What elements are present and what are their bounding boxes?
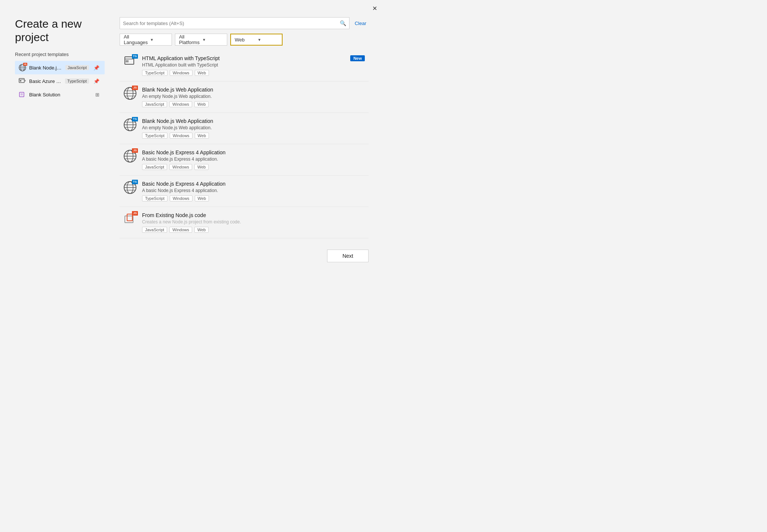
pin-button-2[interactable]: ⊞ [94,91,101,98]
recent-item-0-name: Blank Node.js Web Application [29,65,62,71]
template-tag: TypeScript [142,195,167,201]
search-input[interactable] [123,21,340,26]
template-item-0[interactable]: TS HTML Application with TypeScript New … [120,50,369,81]
template-desc-3: A basic Node.js Express 4 application. [142,157,365,162]
template-desc-5: Creates a new Node.js project from exist… [142,219,365,225]
template-icon: TS [123,118,137,132]
search-box[interactable]: 🔍 [120,17,349,29]
template-details-3: Basic Node.js Express 4 Application A ba… [142,149,365,170]
template-details-1: Blank Node.js Web Application An empty N… [142,87,365,107]
template-details-5: From Existing Node.js code Creates a new… [142,212,365,233]
svg-rect-36 [125,216,133,223]
template-tags-1: JavaScriptWindowsWeb [142,101,365,107]
template-tag: Windows [170,70,192,76]
template-tags-2: TypeScriptWindowsWeb [142,133,365,139]
template-item-2[interactable]: TS Blank Node.js Web Application An empt… [120,113,369,144]
right-panel: 🔍 Clear All Languages ▼ All Platforms ▼ … [120,17,369,238]
azure-nodejs-icon [19,77,26,85]
recent-section-title: Recent project templates [15,52,105,57]
template-item-3[interactable]: JS Basic Node.js Express 4 Application A… [120,144,369,176]
clear-button[interactable]: Clear [352,21,369,26]
template-header-2: Blank Node.js Web Application [142,118,365,125]
blank-solution-icon [19,91,26,98]
template-icon: TS [123,181,137,194]
template-tag: JavaScript [142,227,167,233]
template-item-1[interactable]: JS Blank Node.js Web Application An empt… [120,81,369,113]
template-header-1: Blank Node.js Web Application [142,87,365,94]
recent-item-0-tag: JavaScript [65,65,89,70]
template-header-4: Basic Node.js Express 4 Application [142,181,365,188]
dropdowns-row: All Languages ▼ All Platforms ▼ Web ▼ [120,34,369,46]
template-name-5: From Existing Node.js code [142,212,206,218]
template-icon: JS [123,149,137,163]
template-tag: Windows [169,101,192,107]
type-dropdown[interactable]: Web ▼ [230,34,283,46]
footer: Next [0,246,384,266]
recent-item-2-info: Blank Solution [29,92,91,98]
language-dropdown-arrow: ▼ [150,38,168,42]
recent-item-2[interactable]: Blank Solution ⊞ [15,88,105,101]
recent-item-1-name: Basic Azure Node.js Express 4 Applicatio… [29,78,62,84]
svg-rect-15 [126,60,129,62]
template-tag: Web [194,227,209,233]
page-title: Create a new project [15,17,105,44]
template-tag: Web [194,101,209,107]
language-dropdown[interactable]: All Languages ▼ [120,34,172,46]
title-bar: ✕ [0,0,384,13]
close-button[interactable]: ✕ [369,3,380,13]
template-details-4: Basic Node.js Express 4 Application A ba… [142,181,365,201]
template-header-5: From Existing Node.js code [142,212,365,219]
template-tag: Web [194,164,209,170]
template-name-4: Basic Node.js Express 4 Application [142,181,225,187]
template-desc-2: An empty Node.js Web application. [142,125,365,130]
template-tag: JavaScript [142,101,167,107]
pin-button-0[interactable]: 📌 [92,64,101,71]
template-tag: Windows [169,227,192,233]
template-tag: Web [195,195,209,201]
template-item-4[interactable]: TS Basic Node.js Express 4 Application A… [120,176,369,207]
template-icon: TS [123,55,137,69]
recent-item-1-info: Basic Azure Node.js Express 4 Applicatio… [29,78,62,84]
templates-list: TS HTML Application with TypeScript New … [120,50,369,238]
template-tag: TypeScript [142,133,167,139]
template-tag: Web [195,70,209,76]
pin-button-1[interactable]: 📌 [92,78,101,85]
svg-rect-10 [19,92,24,97]
template-header-0: HTML Application with TypeScript New [142,55,365,62]
template-tag: JavaScript [142,164,167,170]
template-details-0: HTML Application with TypeScript New HTM… [142,55,365,76]
template-name-2: Blank Node.js Web Application [142,118,213,124]
create-project-dialog: ✕ Create a new project Recent project te… [0,0,384,266]
main-content: Create a new project Recent project temp… [0,13,384,246]
left-panel: Create a new project Recent project temp… [15,17,105,238]
template-desc-0: HTML Application built with TypeScript [142,62,365,68]
template-item-5[interactable]: JS From Existing Node.js code Creates a … [120,207,369,238]
template-desc-1: An empty Node.js Web application. [142,94,365,99]
template-tag: Windows [170,195,192,201]
search-row: 🔍 Clear [120,17,369,29]
recent-item-0-info: Blank Node.js Web Application [29,65,62,71]
template-details-2: Blank Node.js Web Application An empty N… [142,118,365,139]
next-button[interactable]: Next [327,250,369,262]
recent-item-0[interactable]: JS Blank Node.js Web Application JavaScr… [15,61,105,74]
platform-dropdown[interactable]: All Platforms ▼ [175,34,227,46]
type-dropdown-label: Web [235,37,255,43]
template-icon: JS [123,87,137,100]
template-tag: Web [195,133,209,139]
template-name-3: Basic Node.js Express 4 Application [142,149,225,155]
template-tags-0: TypeScriptWindowsWeb [142,70,365,76]
svg-rect-7 [20,80,21,81]
template-tag: Windows [169,164,192,170]
template-header-3: Basic Node.js Express 4 Application [142,149,365,157]
template-desc-4: A basic Node.js Express 4 application. [142,188,365,193]
platform-dropdown-label: All Platforms [179,34,200,45]
svg-rect-37 [127,214,132,221]
platform-dropdown-arrow: ▼ [202,38,223,42]
recent-item-1-tag: TypeScript [65,78,89,84]
template-tags-4: TypeScriptWindowsWeb [142,195,365,201]
type-dropdown-arrow: ▼ [258,38,278,42]
template-tags-3: JavaScriptWindowsWeb [142,164,365,170]
nodejs-js-icon: JS [19,64,26,71]
template-icon: JS [123,212,137,226]
recent-item-1[interactable]: Basic Azure Node.js Express 4 Applicatio… [15,74,105,88]
